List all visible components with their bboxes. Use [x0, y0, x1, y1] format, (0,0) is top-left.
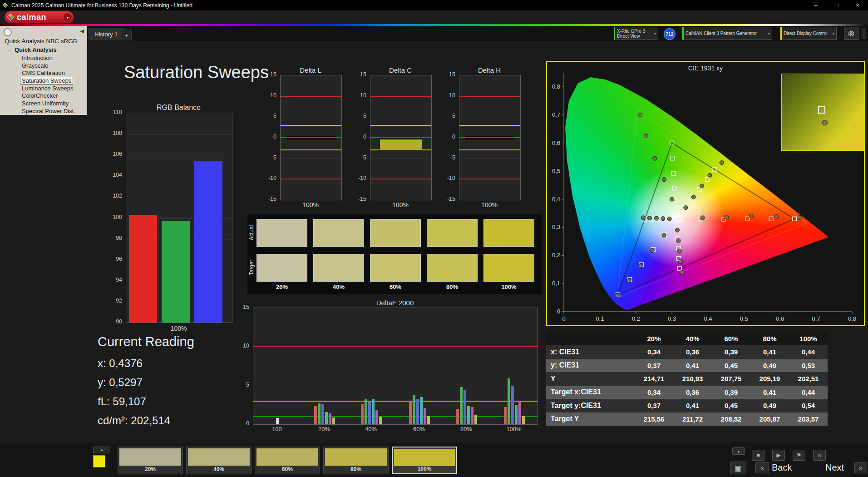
cie-target-point[interactable]: [674, 202, 678, 206]
add-tab-button[interactable]: +: [122, 30, 132, 40]
deltae-bar: [515, 405, 518, 424]
next-chevrons-icon[interactable]: »: [854, 462, 867, 473]
cie-measured-point[interactable]: [676, 238, 681, 243]
cie-measured-point[interactable]: [638, 264, 642, 268]
cie-measured-point[interactable]: [677, 249, 681, 253]
cie-measured-point[interactable]: [684, 206, 688, 210]
sidebar-item-screen-uniformity[interactable]: Screen Uniformity: [20, 99, 70, 107]
cie-measured-point[interactable]: [615, 293, 619, 298]
cie-measured-point[interactable]: [700, 184, 704, 188]
pattern-button-60%[interactable]: 60%: [255, 447, 320, 474]
cie-measured-point[interactable]: [679, 259, 683, 263]
cie-measured-point[interactable]: [700, 216, 705, 220]
sidebar-item-introduction[interactable]: Introduction: [20, 54, 54, 62]
cie-target-point[interactable]: [672, 171, 676, 175]
cie-1931-chart[interactable]: 00,10,20,30,40,50,60,70,800,10,20,30,40,…: [546, 61, 865, 326]
table-header-cell: 20%: [635, 335, 673, 343]
cie-measured-point[interactable]: [749, 214, 753, 218]
flag-button[interactable]: ⚑: [793, 450, 805, 461]
gridline: [253, 386, 538, 386]
sidebar-item-cms-calibration[interactable]: CMS Calibration: [20, 69, 67, 77]
transport-expand-button[interactable]: ▲: [732, 447, 745, 455]
pattern-generator-dropdown[interactable]: CalMAN Client 3 Pattern Generator ▾: [682, 27, 772, 40]
cie-target-point[interactable]: [769, 217, 773, 221]
cie-measured-point[interactable]: [638, 113, 642, 117]
tab-history-1[interactable]: History 1: [89, 28, 123, 40]
cie-measured-point[interactable]: [662, 233, 666, 237]
rgb-bar-red: [129, 215, 157, 323]
cie-measured-point[interactable]: [662, 178, 666, 182]
sidebar-item-spectral-power-dist-[interactable]: Spectral Power Dist.: [20, 107, 77, 115]
workflow-menu-button[interactable]: [4, 28, 12, 36]
table-cell: 0,41: [673, 402, 712, 409]
meter-reading-badge[interactable]: 712: [664, 28, 676, 40]
layout-button[interactable]: ▣: [730, 462, 746, 474]
cie-measured-point[interactable]: [626, 278, 631, 283]
calman-menu-button[interactable]: calman ▾: [5, 11, 74, 23]
back-button[interactable]: Back: [772, 462, 792, 473]
stop-button[interactable]: ■: [752, 450, 764, 461]
workflow-root-item[interactable]: Quick Analysis: [15, 46, 57, 53]
meter-mode: Direct View: [617, 34, 645, 39]
gridline: [370, 117, 431, 117]
sidebar-item-grayscale[interactable]: Grayscale: [20, 62, 50, 70]
window-title: Calman 2025 Calman Ultimate for Business…: [11, 2, 192, 9]
cie-measured-point[interactable]: [653, 156, 657, 160]
cie-measured-point[interactable]: [650, 248, 654, 253]
pattern-button-20%[interactable]: 20%: [118, 447, 183, 474]
table-row: Y214,71210,93207,75205,19202,51: [546, 372, 828, 386]
deltae-bar: [424, 408, 426, 424]
play-button[interactable]: ▶: [772, 450, 785, 461]
back-chevrons-icon[interactable]: «: [755, 462, 769, 473]
cie-measured-point[interactable]: [676, 228, 680, 232]
pattern-label: 40%: [187, 466, 251, 472]
delta-c-x-label: 100%: [370, 201, 431, 209]
deltae-bar: [361, 404, 364, 424]
table-cell: 207,75: [712, 375, 750, 383]
cie-measured-point[interactable]: [667, 217, 671, 221]
table-row-label: x: CIE31: [546, 348, 635, 356]
settings-button[interactable]: [844, 27, 858, 40]
pattern-button-40%[interactable]: 40%: [186, 447, 252, 474]
maximize-button[interactable]: □: [826, 0, 847, 10]
cie-measured-point[interactable]: [647, 216, 651, 220]
table-row-label: y: CIE31: [546, 361, 635, 369]
svg-text:0,4: 0,4: [552, 196, 560, 203]
reading-x: x: 0,4376: [98, 354, 194, 373]
next-button[interactable]: Next: [825, 462, 844, 473]
sidebar-item-colorchecker[interactable]: ColorChecker: [20, 92, 59, 99]
cie-measured-point[interactable]: [774, 214, 779, 219]
pattern-button-80%[interactable]: 80%: [323, 447, 389, 474]
delta-h-x-label: 100%: [459, 201, 520, 209]
cie-measured-point[interactable]: [725, 215, 729, 219]
close-button[interactable]: ×: [847, 0, 868, 10]
cie-measured-point[interactable]: [654, 216, 658, 220]
cie-measured-point[interactable]: [798, 215, 802, 219]
cie-measured-point[interactable]: [670, 197, 674, 201]
pattern-window-button[interactable]: ▲: [93, 447, 110, 453]
cie-target-point[interactable]: [705, 178, 709, 182]
display-control-dropdown[interactable]: Direct Display Control ▾: [780, 27, 837, 40]
cie-measured-point[interactable]: [661, 217, 665, 221]
cie-target-point[interactable]: [745, 217, 750, 221]
cie-measured-point[interactable]: [691, 195, 695, 199]
cie-measured-point[interactable]: [644, 134, 648, 138]
x-tick-label: 100%: [500, 426, 528, 432]
cie-target-point[interactable]: [672, 187, 676, 191]
cie-measured-point[interactable]: [680, 270, 684, 274]
cie-target-point[interactable]: [671, 156, 675, 160]
pattern-button-100%[interactable]: 100%: [392, 447, 457, 474]
tree-expander-icon[interactable]: –: [7, 47, 10, 52]
sidebar-collapse-icon[interactable]: ◀: [80, 28, 84, 34]
cie-measured-point[interactable]: [641, 216, 645, 220]
sidebar-item-saturation-sweeps[interactable]: Saturation Sweeps: [20, 77, 73, 84]
sidebar-item-luminance-sweeps[interactable]: Luminance Sweeps: [20, 84, 75, 92]
cie-measured-point[interactable]: [708, 173, 712, 177]
meter-dropdown[interactable]: X-Rite i1Pro 3 Direct View ▾: [614, 27, 658, 40]
minimize-button[interactable]: –: [805, 0, 826, 10]
svg-text:0,2: 0,2: [552, 252, 560, 258]
cie-measured-point[interactable]: [720, 161, 724, 165]
link-button[interactable]: ∞: [813, 450, 826, 461]
panel-edge-button[interactable]: [862, 28, 866, 39]
x-tick-label: 20%: [311, 426, 338, 432]
